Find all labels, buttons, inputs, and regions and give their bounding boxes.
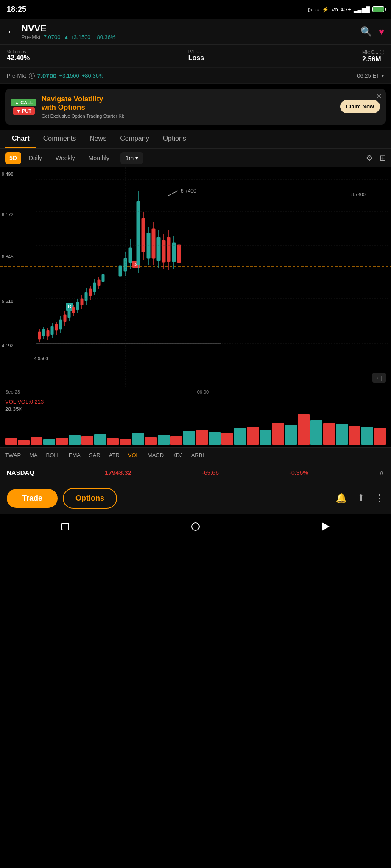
options-button[interactable]: Options	[63, 488, 117, 509]
premkt-chevron: ▾	[381, 72, 384, 79]
svg-rect-28	[72, 307, 75, 313]
vol-bar	[361, 427, 373, 445]
svg-rect-68	[142, 218, 145, 252]
svg-rect-8	[47, 330, 49, 336]
mktcap-label: Mkt C... ⓘ	[362, 49, 384, 55]
ticker-symbol: NVVE	[21, 23, 355, 34]
chart-layout-icon[interactable]: ⊞	[380, 153, 386, 163]
svg-rect-5	[42, 329, 45, 336]
vol-bar	[69, 435, 81, 445]
vol-bar	[94, 434, 106, 445]
indicator-sar[interactable]: SAR	[89, 452, 101, 458]
svg-text:8.7400: 8.7400	[181, 188, 196, 194]
premkt-pct: +80.36%	[94, 34, 116, 40]
tab-comments[interactable]: Comments	[36, 130, 83, 148]
vol-bar	[374, 428, 386, 445]
indicator-arbi[interactable]: ARBI	[191, 452, 204, 458]
turnover-value: 42.40%	[7, 54, 30, 62]
nasdaq-name: NASDAQ	[7, 469, 34, 476]
vol-bar	[120, 439, 131, 445]
vol-bar	[43, 439, 55, 445]
indicator-ma[interactable]: MA	[29, 452, 38, 458]
dropdown-arrow: ▾	[135, 155, 138, 161]
turnover-stat: % Turnov... 42.40%	[7, 49, 30, 63]
recent-apps-button[interactable]	[59, 520, 72, 533]
up-arrow: ▲	[64, 34, 69, 40]
svg-text:B: B	[68, 304, 71, 309]
home-button[interactable]	[189, 520, 202, 533]
indicator-twap[interactable]: TWAP	[5, 452, 21, 458]
more-menu-icon[interactable]: ⋮	[375, 493, 384, 504]
tab-company[interactable]: Company	[113, 130, 156, 148]
vol-bar	[31, 437, 42, 445]
premkt-info: Pre-Mkt 7.0700 ▲ +3.1500 +80.36%	[21, 34, 355, 40]
back-button[interactable]: ←	[7, 26, 16, 37]
indicator-ema[interactable]: EMA	[69, 452, 81, 458]
watchlist-button[interactable]: ♥	[379, 26, 384, 37]
android-nav	[0, 514, 391, 539]
tab-chart[interactable]: Chart	[5, 130, 36, 148]
ad-close-button[interactable]: ✕	[376, 92, 382, 100]
ad-title-line1: Navigate Volatility	[42, 95, 103, 103]
vol-bar	[336, 424, 348, 445]
tab-news[interactable]: News	[83, 130, 113, 148]
indicator-atr[interactable]: ATR	[109, 452, 120, 458]
indicator-kdj[interactable]: KDJ	[172, 452, 183, 458]
svg-rect-74	[152, 229, 155, 258]
premkt-time: 06:25 ET	[357, 72, 380, 79]
vol-label: VOL:0.213	[17, 399, 44, 405]
call-badge: ▲ CALL	[11, 99, 36, 106]
ad-banner: ✕ ▲ CALL ▼ PUT Navigate Volatility with …	[5, 89, 386, 125]
interval-dropdown[interactable]: 1m ▾	[120, 152, 143, 164]
chart-expand-button[interactable]: ←|	[372, 373, 386, 383]
alert-bell-icon[interactable]: 🔔	[335, 493, 347, 504]
info-icon[interactable]: i	[29, 73, 35, 79]
ad-title: Navigate Volatility with Options	[42, 95, 335, 112]
recent-apps-icon	[61, 523, 69, 530]
share-icon[interactable]: ⬆	[357, 493, 365, 504]
indicator-vol[interactable]: VOL	[128, 452, 139, 458]
indicator-macd[interactable]: MACD	[148, 452, 164, 458]
premkt-bar-pct: +80.36%	[82, 72, 104, 79]
premkt-label: Pre-Mkt	[21, 34, 41, 40]
vol-bar	[81, 436, 93, 445]
svg-rect-11	[51, 326, 53, 335]
chart-settings-icon[interactable]: ⚙	[366, 153, 373, 163]
nasdaq-pct: -0.36%	[289, 469, 308, 476]
timeframe-5d[interactable]: 5D	[5, 152, 21, 164]
search-button[interactable]: 🔍	[360, 26, 372, 37]
timeframe-weekly[interactable]: Weekly	[50, 152, 81, 164]
trade-button[interactable]: Trade	[7, 489, 58, 508]
ad-claim-button[interactable]: Claim Now	[340, 100, 380, 113]
bottom-actions: Trade Options 🔔 ⬆ ⋮	[0, 483, 391, 514]
timeframe-daily[interactable]: Daily	[23, 152, 48, 164]
indicators-row: TWAP MA BOLL EMA SAR ATR VOL MACD KDJ AR…	[0, 447, 391, 463]
vol-bar	[196, 430, 208, 445]
price-tag: 8.7400	[351, 192, 366, 197]
svg-rect-46	[98, 280, 100, 286]
svg-rect-31	[76, 302, 79, 310]
svg-rect-83	[167, 237, 170, 262]
back-nav-button[interactable]	[319, 520, 332, 533]
pe-value: Loss	[188, 54, 204, 62]
stats-row: % Turnov... 42.40% P/E:··· Loss Mkt C...…	[0, 45, 391, 68]
ad-content: Navigate Volatility with Options Get Exc…	[42, 95, 335, 119]
premkt-right[interactable]: 06:25 ET ▾	[357, 72, 384, 79]
timeframe-monthly[interactable]: Monthly	[83, 152, 115, 164]
header: ← NVVE Pre-Mkt 7.0700 ▲ +3.1500 +80.36% …	[0, 19, 391, 45]
svg-rect-2	[38, 332, 41, 339]
premkt-change: +3.1500	[70, 34, 90, 40]
network-type: 4G+	[341, 6, 351, 13]
tab-options[interactable]: Options	[156, 130, 193, 148]
play-icon: ▷	[308, 6, 313, 13]
chart-area[interactable]: 9.498 8.172 6.845 5.518 4.192 4.9500 8.7…	[0, 167, 391, 388]
ad-logo: ▲ CALL ▼ PUT	[11, 99, 36, 115]
nasdaq-bar[interactable]: NASDAQ 17948.32 -65.66 -0.36% ∧	[0, 463, 391, 483]
vol-bar	[145, 437, 157, 445]
header-actions: 🔍 ♥	[360, 26, 384, 37]
indicator-boll[interactable]: BOLL	[46, 452, 60, 458]
chart-tools: ⚙ ⊞	[366, 153, 386, 163]
svg-rect-14	[55, 324, 58, 330]
put-label: ▼ PUT	[16, 108, 31, 114]
signal-icon: ▂▄▆█	[354, 6, 370, 13]
